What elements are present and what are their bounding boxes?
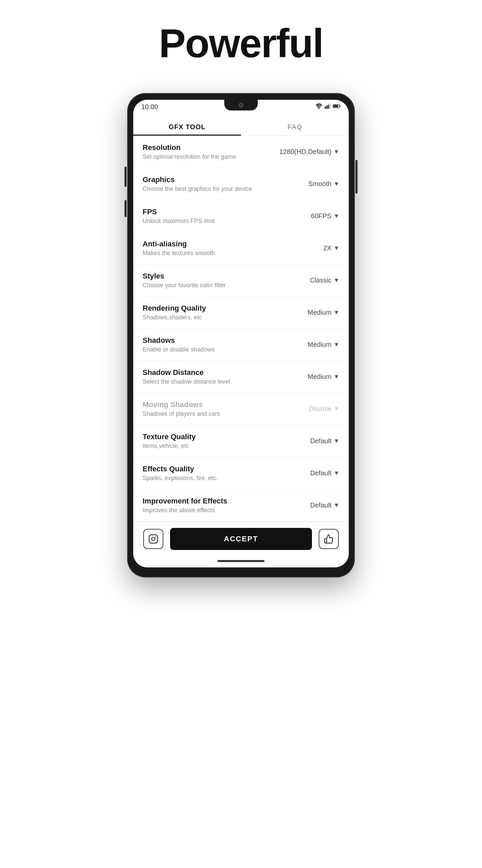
tabs-bar: GFX TOOL FAQ (133, 117, 349, 136)
status-icons (315, 103, 341, 109)
setting-desc-styles: Choose your favorite color filter (142, 282, 286, 289)
setting-value-graphics: Smooth (308, 180, 331, 188)
setting-row-shadows[interactable]: Shadows Enable or disable shadows Medium… (133, 329, 349, 361)
phone-frame: 10:00 (127, 93, 355, 578)
setting-row-styles[interactable]: Styles Choose your favorite color filter… (133, 265, 349, 297)
setting-row-texture-quality[interactable]: Texture Quality Items,vehicle, etc Defau… (133, 425, 349, 457)
setting-row-antialiasing[interactable]: Anti-aliasing Makes the textures smooth … (133, 232, 349, 265)
setting-label-shadows: Shadows (142, 336, 286, 345)
setting-desc-effects-quality: Sparks, explosions, fire, etc. (142, 475, 286, 482)
setting-label-shadow-distance: Shadow Distance (142, 368, 286, 377)
accept-button[interactable]: ACCEPT (170, 528, 312, 550)
setting-left-antialiasing: Anti-aliasing Makes the textures smooth (142, 240, 286, 257)
setting-desc-shadows: Enable or disable shadows (142, 346, 286, 353)
setting-desc-resolution: Set optimal resolution for the game (142, 153, 280, 160)
setting-label-fps: FPS (142, 208, 286, 216)
setting-row-moving-shadows: Moving Shadows Shadows of players and ca… (133, 393, 349, 425)
setting-label-rendering-quality: Rendering Quality (142, 304, 286, 313)
setting-right-graphics: Smooth ▼ (286, 180, 340, 188)
dropdown-arrow-shadows: ▼ (333, 341, 340, 348)
thumbsup-icon (324, 534, 334, 544)
setting-value-improvement-effects: Default (310, 501, 331, 509)
status-bar: 10:00 (133, 100, 349, 117)
tab-faq[interactable]: FAQ (241, 117, 349, 135)
setting-left-styles: Styles Choose your favorite color filter (142, 272, 286, 289)
setting-desc-texture-quality: Items,vehicle, etc (142, 442, 286, 450)
instagram-icon (148, 534, 158, 544)
thumbsup-button[interactable] (319, 529, 339, 549)
setting-value-shadow-distance: Medium (308, 373, 331, 381)
tab-gfx-tool[interactable]: GFX TOOL (133, 117, 241, 135)
svg-rect-1 (325, 106, 326, 109)
setting-value-texture-quality: Default (310, 437, 331, 445)
setting-right-shadows: Medium ▼ (286, 341, 340, 348)
setting-left-moving-shadows: Moving Shadows Shadows of players and ca… (142, 400, 286, 417)
wifi-icon (315, 103, 323, 109)
setting-label-effects-quality: Effects Quality (142, 465, 286, 473)
dropdown-arrow-effects-quality: ▼ (333, 470, 340, 477)
setting-left-shadow-distance: Shadow Distance Select the shadow distan… (142, 368, 286, 385)
camera (239, 103, 243, 107)
setting-value-moving-shadows: Disable (309, 405, 331, 413)
setting-row-resolution[interactable]: Resolution Set optimal resolution for th… (133, 136, 349, 168)
svg-rect-8 (149, 535, 158, 543)
setting-right-shadow-distance: Medium ▼ (286, 373, 340, 381)
setting-right-rendering-quality: Medium ▼ (286, 309, 340, 316)
setting-label-graphics: Graphics (142, 176, 286, 184)
svg-rect-7 (333, 105, 338, 107)
dropdown-arrow-graphics: ▼ (333, 180, 340, 187)
setting-value-styles: Classic (310, 277, 331, 284)
setting-right-antialiasing: 2X ▼ (286, 244, 340, 252)
setting-value-antialiasing: 2X (323, 244, 331, 252)
setting-value-shadows: Medium (308, 341, 331, 348)
dropdown-arrow-improvement-effects: ▼ (333, 502, 340, 509)
dropdown-arrow-shadow-distance: ▼ (333, 373, 340, 380)
setting-right-resolution: 1280(HD,Default) ▼ (280, 148, 340, 156)
settings-list: Resolution Set optimal resolution for th… (133, 136, 349, 522)
setting-value-resolution: 1280(HD,Default) (280, 148, 332, 156)
setting-left-effects-quality: Effects Quality Sparks, explosions, fire… (142, 465, 286, 482)
setting-label-improvement-effects: Improvement for Effects (142, 497, 286, 505)
battery-icon (333, 103, 341, 109)
setting-label-texture-quality: Texture Quality (142, 433, 286, 441)
dropdown-arrow-resolution: ▼ (333, 148, 340, 155)
home-indicator (133, 556, 349, 567)
setting-left-resolution: Resolution Set optimal resolution for th… (142, 143, 280, 160)
svg-point-0 (318, 108, 320, 110)
setting-label-styles: Styles (142, 272, 286, 281)
instagram-button[interactable] (143, 529, 163, 549)
setting-left-shadows: Shadows Enable or disable shadows (142, 336, 286, 353)
svg-rect-2 (326, 105, 328, 109)
setting-value-rendering-quality: Medium (308, 309, 331, 316)
setting-right-improvement-effects: Default ▼ (286, 501, 340, 509)
setting-row-improvement-effects[interactable]: Improvement for Effects Improves the abo… (133, 489, 349, 522)
setting-desc-fps: Unlock maximum FPS limit (142, 218, 286, 225)
setting-right-fps: 60FPS ▼ (286, 212, 340, 220)
page-title: Powerful (159, 20, 323, 66)
setting-right-texture-quality: Default ▼ (286, 437, 340, 445)
setting-left-improvement-effects: Improvement for Effects Improves the abo… (142, 497, 286, 514)
setting-value-fps: 60FPS (311, 212, 331, 220)
setting-desc-graphics: Choose the best graphics for your device (142, 185, 286, 192)
setting-left-graphics: Graphics Choose the best graphics for yo… (142, 176, 286, 192)
setting-left-fps: FPS Unlock maximum FPS limit (142, 208, 286, 225)
setting-desc-moving-shadows: Shadows of players and cars (142, 410, 286, 417)
svg-point-10 (155, 536, 156, 537)
svg-rect-4 (329, 103, 331, 109)
signal-icon (325, 103, 331, 109)
setting-label-antialiasing: Anti-aliasing (142, 240, 286, 248)
notch (224, 100, 258, 111)
dropdown-arrow-antialiasing: ▼ (333, 245, 340, 252)
bottom-bar: ACCEPT (133, 522, 349, 556)
dropdown-arrow-rendering-quality: ▼ (333, 309, 340, 316)
setting-row-effects-quality[interactable]: Effects Quality Sparks, explosions, fire… (133, 457, 349, 489)
setting-row-shadow-distance[interactable]: Shadow Distance Select the shadow distan… (133, 361, 349, 393)
setting-left-rendering-quality: Rendering Quality Shadows,shaders, etc (142, 304, 286, 321)
dropdown-arrow-fps: ▼ (333, 213, 340, 220)
setting-label-moving-shadows: Moving Shadows (142, 400, 286, 409)
setting-row-graphics[interactable]: Graphics Choose the best graphics for yo… (133, 168, 349, 200)
setting-row-fps[interactable]: FPS Unlock maximum FPS limit 60FPS ▼ (133, 200, 349, 232)
setting-desc-antialiasing: Makes the textures smooth (142, 250, 286, 257)
setting-row-rendering-quality[interactable]: Rendering Quality Shadows,shaders, etc M… (133, 297, 349, 329)
setting-right-effects-quality: Default ▼ (286, 469, 340, 477)
